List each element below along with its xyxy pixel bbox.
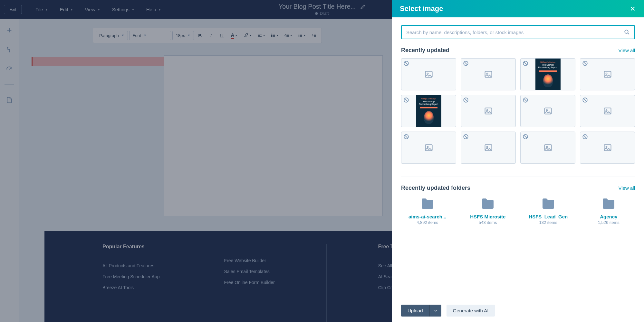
image-thumbnail[interactable] <box>401 58 456 90</box>
image-thumbnail[interactable] <box>520 132 575 164</box>
image-thumbnail[interactable] <box>461 58 516 90</box>
view-all-link[interactable]: View all <box>619 48 635 53</box>
panel-divider <box>401 177 635 177</box>
section-title: Recently updated <box>401 47 449 54</box>
image-placeholder-icon <box>543 106 553 115</box>
folder-count: 132 items <box>539 220 557 225</box>
image-thumbnail[interactable] <box>580 58 635 90</box>
image-placeholder-icon <box>424 70 434 79</box>
folder-count: 4,892 items <box>417 220 438 225</box>
image-placeholder-icon <box>543 143 553 152</box>
panel-title: Select image <box>400 5 443 13</box>
folder-name: aims-ai-search... <box>409 214 447 219</box>
image-placeholder-icon <box>602 106 613 115</box>
forbidden-icon <box>582 97 588 103</box>
section-head-recent: Recently updated View all <box>401 47 635 54</box>
section-title: Recently updated folders <box>401 185 470 191</box>
upload-button-group: Upload <box>401 305 441 317</box>
search-input[interactable] <box>406 30 624 35</box>
forbidden-icon <box>463 60 469 66</box>
upload-dropdown-button[interactable] <box>429 305 441 317</box>
image-placeholder-icon <box>424 143 434 152</box>
svg-point-35 <box>546 146 547 148</box>
upload-button[interactable]: Upload <box>401 305 429 317</box>
forbidden-icon <box>582 134 588 140</box>
panel-footer: Upload Generate with AI <box>392 299 644 322</box>
folders-row: aims-ai-search...4,892 itemsHSFS Microsi… <box>401 196 635 225</box>
forbidden-icon <box>582 60 588 66</box>
folder-icon <box>600 196 618 211</box>
svg-point-29 <box>427 146 428 148</box>
folder-icon <box>418 196 437 211</box>
folder-name: HSFS_Lead_Gen <box>529 214 568 219</box>
view-all-link[interactable]: View all <box>619 185 635 191</box>
folder-card[interactable]: aims-ai-search...4,892 items <box>401 196 454 225</box>
section-head-folders: Recently updated folders View all <box>401 185 635 191</box>
svg-point-6 <box>625 30 628 33</box>
image-placeholder-icon <box>483 106 494 115</box>
folder-count: 543 items <box>479 220 497 225</box>
forbidden-icon <box>523 97 528 103</box>
folder-name: Agency <box>600 214 617 219</box>
forbidden-icon <box>403 97 409 103</box>
svg-point-16 <box>606 73 607 74</box>
svg-point-12 <box>486 73 488 74</box>
search-wrap <box>401 25 635 39</box>
svg-point-32 <box>486 146 488 148</box>
forbidden-icon <box>403 60 409 66</box>
image-thumbnail[interactable] <box>461 95 516 127</box>
image-thumbnail[interactable] <box>580 132 635 164</box>
image-placeholder-icon <box>483 143 494 152</box>
report-preview: HubSpot for StartupsThe Startup Fundrais… <box>416 95 441 127</box>
thumbnail-grid: HubSpot for StartupsThe Startup Fundrais… <box>401 58 635 164</box>
forbidden-icon <box>463 97 469 103</box>
svg-point-20 <box>486 110 488 111</box>
forbidden-icon <box>463 134 469 140</box>
folder-card[interactable]: HSFS_Lead_Gen132 items <box>522 196 575 225</box>
close-button[interactable] <box>629 5 636 12</box>
panel-header: Select image <box>392 0 644 17</box>
image-thumbnail[interactable] <box>401 132 456 164</box>
svg-point-38 <box>606 146 607 148</box>
report-preview: HubSpot for StartupsThe Startup Fundrais… <box>535 59 561 90</box>
folder-icon <box>479 196 497 211</box>
svg-point-23 <box>546 110 547 111</box>
forbidden-icon <box>523 134 528 140</box>
folder-card[interactable]: Agency1,526 items <box>582 196 635 225</box>
image-thumbnail[interactable] <box>580 95 635 127</box>
folder-icon <box>539 196 557 211</box>
image-placeholder-icon <box>602 143 613 152</box>
svg-point-9 <box>427 73 428 74</box>
folder-count: 1,526 items <box>598 220 620 225</box>
folder-card[interactable]: HSFS Microsite543 items <box>462 196 514 225</box>
image-thumbnail[interactable]: HubSpot for StartupsThe Startup Fundrais… <box>401 95 456 127</box>
image-placeholder-icon <box>602 70 613 79</box>
search-icon[interactable] <box>624 29 630 35</box>
image-placeholder-icon <box>483 70 494 79</box>
generate-ai-button[interactable]: Generate with AI <box>447 305 495 317</box>
folder-name: HSFS Microsite <box>470 214 505 219</box>
image-thumbnail[interactable] <box>461 132 516 164</box>
image-thumbnail[interactable] <box>520 95 575 127</box>
svg-point-26 <box>606 110 607 111</box>
select-image-panel: Select image Recently updated View all H… <box>392 0 644 322</box>
panel-body: Recently updated View all HubSpot for St… <box>392 17 644 299</box>
image-thumbnail[interactable]: HubSpot for StartupsThe Startup Fundrais… <box>520 58 575 90</box>
forbidden-icon <box>523 60 528 66</box>
forbidden-icon <box>403 134 409 140</box>
